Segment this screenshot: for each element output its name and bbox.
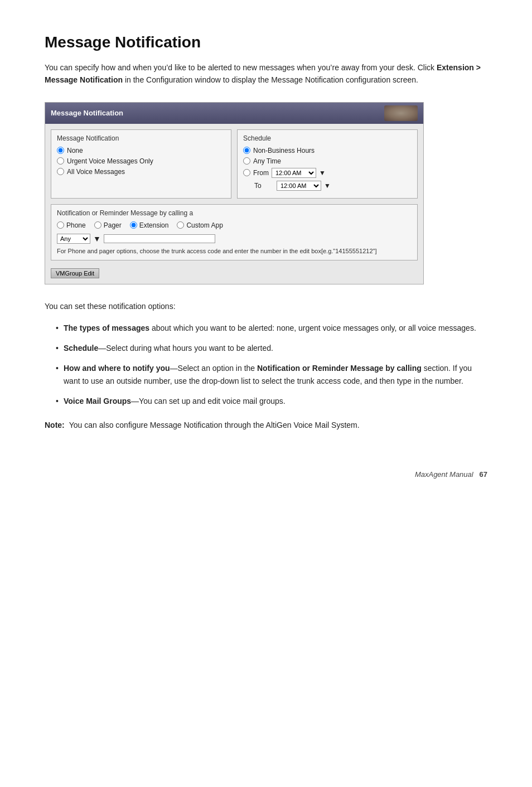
- trunk-number-input[interactable]: [104, 234, 215, 243]
- radio-all-label: All Voice Messages: [67, 168, 125, 176]
- radio-from-label: From: [253, 169, 269, 177]
- notification-options-row: Phone Pager Extension Custom App: [57, 221, 412, 229]
- footer-italic: MaxAgent Manual: [415, 470, 473, 479]
- radio-none[interactable]: [57, 147, 64, 154]
- radio-urgent[interactable]: [57, 157, 64, 165]
- bullet-3-bold1: How and where to notify you: [64, 364, 170, 373]
- bullet-3-bold2: Notification or Reminder Message by call…: [257, 364, 422, 373]
- radio-pager-item: Pager: [94, 221, 122, 229]
- bullet-2-bold: Schedule: [64, 344, 98, 353]
- radio-customapp[interactable]: [177, 221, 184, 229]
- bullet-list: The types of messages about which you wa…: [56, 322, 487, 408]
- schedule-nonbusiness-row: Non-Business Hours: [243, 147, 412, 154]
- radio-none-row: None: [57, 147, 225, 154]
- notification-panel: Notification or Reminder Message by call…: [51, 204, 418, 260]
- trunk-select[interactable]: Any: [57, 234, 90, 244]
- radio-all[interactable]: [57, 168, 64, 175]
- schedule-anytime-row: Any Time: [243, 157, 412, 165]
- radio-nonbusiness[interactable]: [243, 147, 250, 154]
- bullet-2-text: —Select during what hours you want to be…: [98, 344, 273, 353]
- bullet-4-text: —You can set up and edit voice mail grou…: [131, 397, 286, 405]
- bullet-4: Voice Mail Groups—You can set up and edi…: [56, 395, 487, 407]
- schedule-panel: Schedule Non-Business Hours Any Time Fro…: [237, 129, 418, 199]
- radio-pager[interactable]: [94, 221, 101, 229]
- bullet-3-text-before: —Select an option in the: [170, 364, 257, 373]
- radio-extension-label: Extension: [139, 221, 169, 229]
- bullet-1: The types of messages about which you wa…: [56, 322, 487, 334]
- bullet-1-bold: The types of messages: [64, 324, 149, 332]
- from-time-select[interactable]: 12:00 AM: [272, 168, 316, 178]
- radio-from[interactable]: [243, 169, 250, 176]
- page-title: Message Notification: [45, 33, 487, 51]
- footer-page: 67: [480, 470, 487, 479]
- note-text: You can also configure Message Notificat…: [69, 419, 360, 431]
- intro-paragraph: You can specify how and when you’d like …: [45, 61, 487, 86]
- radio-urgent-label: Urgent Voice Messages Only: [67, 157, 153, 165]
- radio-urgent-row: Urgent Voice Messages Only: [57, 157, 225, 165]
- page-footer: MaxAgent Manual 67: [45, 448, 487, 479]
- config-dialog: Message Notification Message Notificatio…: [45, 102, 424, 284]
- radio-extension-item: Extension: [130, 221, 169, 229]
- vmgroup-edit-button[interactable]: VMGroup Edit: [51, 268, 99, 278]
- dialog-header-title: Message Notification: [51, 109, 123, 117]
- note-label: Note:: [45, 419, 65, 431]
- note-row: Note: You can also configure Message Not…: [45, 419, 487, 431]
- bullet-2: Schedule—Select during what hours you wa…: [56, 342, 487, 354]
- radio-phone[interactable]: [57, 221, 64, 229]
- schedule-to-row: To 12:00 AM ▼: [243, 181, 412, 191]
- dialog-header-icon: [384, 105, 418, 121]
- config-body: Message Notification None Urgent Voice M…: [45, 124, 423, 204]
- left-section-title: Message Notification: [57, 134, 225, 142]
- right-section-title: Schedule: [243, 134, 412, 142]
- radio-extension[interactable]: [130, 221, 137, 229]
- radio-phone-label: Phone: [66, 221, 86, 229]
- notification-section-title: Notification or Reminder Message by call…: [57, 209, 412, 217]
- body-intro: You can set these notification options:: [45, 300, 487, 312]
- radio-pager-label: Pager: [104, 221, 122, 229]
- radio-anytime-label: Any Time: [253, 157, 281, 165]
- radio-nonbusiness-label: Non-Business Hours: [253, 147, 315, 154]
- bullet-4-bold: Voice Mail Groups: [64, 397, 131, 405]
- radio-none-label: None: [67, 147, 83, 154]
- help-text: For Phone and pager options, choose the …: [57, 247, 412, 255]
- radio-phone-item: Phone: [57, 221, 86, 229]
- radio-all-row: All Voice Messages: [57, 168, 225, 176]
- schedule-from-row: From 12:00 AM ▼: [243, 168, 412, 178]
- bullet-3: How and where to notify you—Select an op…: [56, 362, 487, 387]
- radio-customapp-label: Custom App: [186, 221, 223, 229]
- dialog-header: Message Notification: [45, 103, 423, 124]
- to-time-select[interactable]: 12:00 AM: [277, 181, 321, 191]
- intro-text-before: You can specify how and when you’d like …: [45, 63, 437, 72]
- trunk-dropdown-row: Any ▼: [57, 234, 412, 244]
- bullet-1-text: about which you want to be alerted: none…: [149, 324, 476, 332]
- intro-text-after: in the Configuration window to display t…: [123, 75, 418, 84]
- message-notification-panel: Message Notification None Urgent Voice M…: [51, 129, 231, 199]
- radio-customapp-item: Custom App: [177, 221, 223, 229]
- radio-anytime[interactable]: [243, 157, 250, 165]
- to-label: To: [243, 182, 274, 190]
